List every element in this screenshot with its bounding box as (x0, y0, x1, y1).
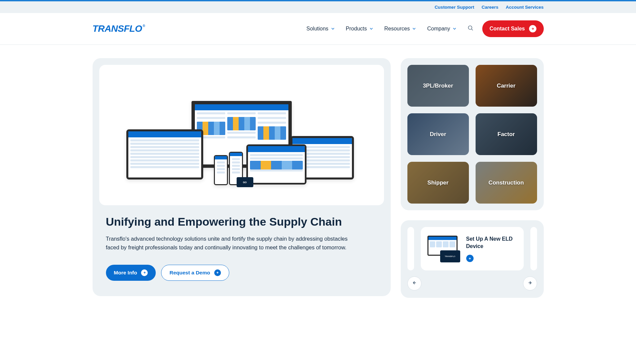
nav-solutions[interactable]: Solutions (306, 26, 335, 32)
category-tile-carrier[interactable]: Carrier (476, 65, 537, 107)
carousel-peek-next (530, 227, 537, 270)
button-label: More Info (114, 270, 137, 276)
nav-label: Products (346, 26, 367, 32)
device-tablet-mockup (246, 144, 306, 185)
chevron-down-icon (331, 27, 335, 30)
device-eld-mockup: GO (237, 177, 253, 187)
category-card: 3PL/Broker Carrier Driver Factor Shipper… (401, 58, 544, 210)
arrow-right-icon (141, 269, 148, 276)
cta-label: Contact Sales (490, 26, 525, 32)
arrow-right-icon (528, 280, 532, 286)
category-label: Construction (489, 179, 524, 186)
arrow-left-icon (412, 280, 417, 286)
carousel-next-button[interactable] (523, 276, 537, 290)
carousel-item-title: Set Up A New ELD Device (466, 235, 517, 250)
category-tile-construction[interactable]: Construction (476, 162, 537, 204)
chevron-down-icon (370, 27, 373, 30)
category-label: Shipper (427, 179, 449, 186)
contact-sales-button[interactable]: Contact Sales (482, 20, 544, 37)
chevron-down-icon (453, 27, 456, 30)
carousel-card: TRANSFLO Set Up A New ELD Device (401, 220, 544, 298)
arrow-right-icon (468, 255, 471, 261)
category-tile-driver[interactable]: Driver (407, 113, 469, 155)
search-icon (468, 25, 474, 32)
carousel-peek-prev (407, 227, 414, 270)
device-phone-mockup (214, 155, 228, 185)
nav-resources[interactable]: Resources (384, 26, 416, 32)
nav-label: Solutions (306, 26, 329, 32)
sidebar: 3PL/Broker Carrier Driver Factor Shipper… (401, 58, 544, 298)
logo-text: TRANSFLO (93, 23, 142, 34)
category-label: Factor (498, 131, 515, 138)
device-laptop-mockup (126, 129, 203, 179)
carousel-item-arrow-button[interactable] (466, 255, 474, 262)
nav-label: Resources (384, 26, 410, 32)
arrow-right-icon (529, 25, 536, 32)
hero-card: GO Unifying and Empowering the Supply Ch… (93, 58, 391, 296)
search-button[interactable] (468, 25, 474, 32)
category-tile-3pl-broker[interactable]: 3PL/Broker (407, 65, 469, 107)
category-label: Driver (430, 131, 446, 138)
hero-product-image: GO (99, 65, 384, 205)
nav-company[interactable]: Company (427, 26, 456, 32)
main-nav: TRANSFLO ® Solutions Products Resources … (0, 13, 636, 45)
carousel-item[interactable]: TRANSFLO Set Up A New ELD Device (421, 227, 524, 270)
util-link-account-services[interactable]: Account Services (506, 5, 543, 10)
util-link-customer-support[interactable]: Customer Support (434, 5, 474, 10)
more-info-button[interactable]: More Info (106, 265, 156, 281)
category-tile-shipper[interactable]: Shipper (407, 162, 469, 204)
logo-trademark: ® (143, 24, 145, 28)
hero-title: Unifying and Empowering the Supply Chain (106, 215, 377, 228)
hero-description: Transflo's advanced technology solutions… (106, 234, 353, 252)
nav-products[interactable]: Products (346, 26, 373, 32)
carousel-prev-button[interactable] (407, 276, 421, 290)
page-content: GO Unifying and Empowering the Supply Ch… (86, 45, 550, 318)
arrow-right-icon (214, 269, 221, 276)
category-tile-factor[interactable]: Factor (476, 113, 537, 155)
chevron-down-icon (412, 27, 416, 30)
carousel-item-image: TRANSFLO (427, 234, 461, 264)
utility-nav: Customer Support Careers Account Service… (0, 1, 636, 13)
category-label: 3PL/Broker (423, 83, 453, 89)
request-demo-button[interactable]: Request a Demo (161, 265, 229, 281)
button-label: Request a Demo (169, 270, 210, 276)
util-link-careers[interactable]: Careers (482, 5, 498, 10)
logo[interactable]: TRANSFLO ® (93, 23, 145, 34)
nav-label: Company (427, 26, 450, 32)
category-label: Carrier (497, 83, 516, 89)
